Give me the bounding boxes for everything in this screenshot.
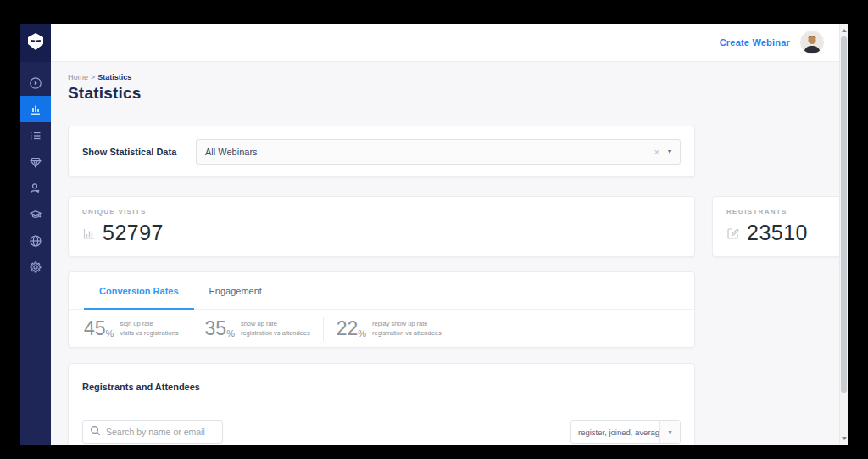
globe-icon — [29, 234, 42, 248]
gear-icon — [29, 260, 42, 274]
edit-icon — [726, 227, 740, 240]
breadcrumb-separator: > — [91, 73, 95, 81]
scrollbar-down-arrow[interactable] — [840, 434, 848, 444]
sidebar-item-webinars[interactable] — [20, 70, 51, 96]
sort-select[interactable]: register, joined, averag... ▾ — [570, 420, 681, 444]
rate-description: sign up rate visits vs registrations — [120, 320, 178, 337]
topbar: Create Webinar — [51, 24, 839, 62]
bar-chart-icon — [82, 227, 96, 240]
breadcrumb-current: Statistics — [97, 73, 131, 81]
rate-showup: 35% show up rate registration vs attende… — [205, 317, 324, 341]
chevron-down-icon: ▾ — [659, 421, 680, 443]
rate-replay-showup: 22% replay show up rate registration vs … — [337, 317, 454, 341]
content: Home>Statistics Statistics Show Statisti… — [51, 62, 839, 445]
rate-value: 35% — [205, 317, 235, 340]
webinar-filter-select[interactable]: All Webinars × ▾ — [196, 139, 681, 165]
sidebar-item-list[interactable] — [20, 122, 51, 148]
sidebar-item-people[interactable] — [20, 175, 51, 201]
app-window: Create Webinar Home>Statistics Statistic… — [20, 24, 848, 445]
search-icon — [90, 424, 101, 439]
search-box — [82, 420, 223, 444]
tab-conversion-rates[interactable]: Conversion Rates — [84, 272, 194, 309]
conversion-rates-row: 45% sign up rate visits vs registrations… — [69, 310, 694, 348]
filter-card: Show Statistical Data All Webinars × ▾ — [68, 126, 695, 177]
stat-label: REGISTRANTS — [726, 208, 839, 216]
breadcrumb-home-link[interactable]: Home — [68, 73, 88, 81]
section-heading: Registrants and Attendees — [82, 382, 200, 392]
rate-value: 22% — [337, 317, 366, 340]
sort-selected-value: register, joined, averag... — [571, 421, 659, 443]
stat-value: 52797 — [103, 221, 164, 245]
stat-card-unique-visits: UNIQUE VISITS 52797 — [68, 196, 695, 257]
tab-row: Conversion Rates Engagement — [69, 272, 694, 310]
sidebar-item-statistics[interactable] — [20, 96, 51, 122]
scrollbar-up-arrow[interactable] — [840, 25, 848, 36]
main-area: Create Webinar Home>Statistics Statistic… — [51, 24, 839, 445]
sidebar-logo[interactable] — [20, 24, 51, 62]
stat-label: UNIQUE VISITS — [82, 208, 681, 216]
sidebar — [20, 24, 51, 445]
filter-label: Show Statistical Data — [82, 147, 196, 157]
sidebar-item-rewards[interactable] — [20, 148, 51, 175]
bar-chart-icon — [29, 103, 42, 116]
sidebar-item-community[interactable] — [20, 227, 51, 254]
list-icon — [29, 129, 42, 143]
search-input[interactable] — [106, 427, 215, 437]
registrants-card: Registrants and Attendees register — [68, 363, 695, 445]
demio-logo — [26, 32, 45, 54]
rate-description: show up rate registration vs attendees — [241, 320, 310, 337]
conversion-card: Conversion Rates Engagement 45% sign up … — [68, 271, 695, 348]
rate-description: replay show up rate registration vs atte… — [372, 320, 442, 337]
chevron-down-icon[interactable]: ▾ — [668, 148, 671, 155]
vertical-scrollbar[interactable] — [839, 24, 848, 445]
screenshot-root: { "colors": { "sidebar": "#1d2657", "sid… — [0, 0, 868, 459]
rate-signup: 45% sign up rate visits vs registrations — [84, 317, 192, 341]
graduation-cap-icon — [29, 208, 42, 221]
stat-card-registrants: REGISTRANTS 23510 — [712, 196, 839, 257]
stat-value: 23510 — [747, 221, 808, 245]
sidebar-item-learn[interactable] — [20, 201, 51, 227]
gem-icon — [29, 155, 42, 169]
clear-icon[interactable]: × — [654, 147, 659, 157]
rate-value: 45% — [84, 317, 114, 340]
play-circle-icon — [29, 76, 42, 90]
filter-selected-value: All Webinars — [205, 147, 654, 157]
person-heart-icon — [29, 182, 42, 195]
sidebar-item-settings[interactable] — [20, 254, 51, 280]
page-title: Statistics — [68, 84, 839, 103]
create-webinar-button[interactable]: Create Webinar — [720, 37, 790, 48]
tab-engagement[interactable]: Engagement — [194, 272, 277, 309]
scrollbar-thumb[interactable] — [841, 36, 847, 393]
user-avatar[interactable] — [800, 31, 824, 54]
breadcrumb: Home>Statistics — [68, 73, 839, 81]
stats-row: UNIQUE VISITS 52797 REGISTRANTS — [68, 196, 695, 257]
